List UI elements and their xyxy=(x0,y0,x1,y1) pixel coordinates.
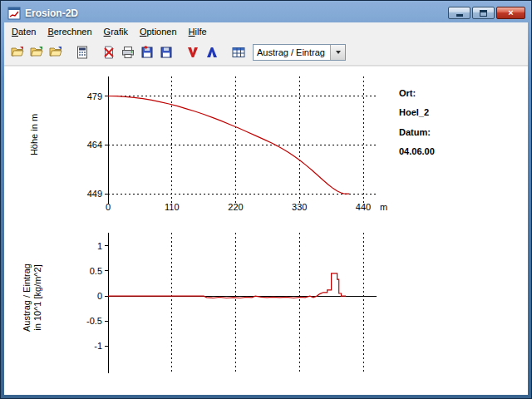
blue-up-arrow-icon xyxy=(205,46,219,59)
datum-value: 04.06.00 xyxy=(399,146,435,156)
calculator-icon xyxy=(76,46,89,59)
maximize-icon xyxy=(480,10,487,17)
austrag-eintrag-series xyxy=(108,273,346,298)
y-tick-label: 1 xyxy=(97,241,102,251)
delete-results-button[interactable] xyxy=(99,43,118,62)
delete-document-icon xyxy=(102,46,116,59)
chart-area: 0110220330440m47946444910.50-0.5-1 Höhe … xyxy=(4,66,528,395)
y-tick-label: -0.5 xyxy=(86,316,102,326)
open-folder-button-2[interactable] xyxy=(27,43,46,62)
open-folder-icon-2 xyxy=(30,46,43,59)
scroll-down-button[interactable] xyxy=(183,43,202,62)
minimize-icon xyxy=(456,14,463,17)
menu-berechnen[interactable]: Berechnen xyxy=(42,24,97,39)
minimize-button[interactable] xyxy=(448,7,470,19)
y-tick-label: -1 xyxy=(94,341,102,351)
ort-label: Ort: xyxy=(399,88,416,98)
save-icon xyxy=(160,46,173,59)
titlebar[interactable]: Erosion-2D × xyxy=(4,4,528,22)
view-select-value: Austrag / Eintrag xyxy=(254,47,330,57)
chevron-down-icon xyxy=(336,51,341,54)
bottom-chart-ylabel-line2: in 10^1 [kg/m^2] xyxy=(32,231,43,364)
window-title: Erosion-2D xyxy=(25,7,78,19)
ort-value: Hoel_2 xyxy=(399,107,429,117)
x-tick-label: 110 xyxy=(165,202,180,212)
save-export-button[interactable] xyxy=(137,43,156,62)
x-tick-label: 440 xyxy=(356,202,371,212)
print-icon xyxy=(121,46,135,59)
open-folder-button-3[interactable] xyxy=(46,43,65,62)
x-axis-unit: m xyxy=(380,202,387,212)
view-select-dropdown-button[interactable] xyxy=(330,45,345,60)
x-tick-label: 220 xyxy=(228,202,243,212)
print-button[interactable] xyxy=(118,43,137,62)
y-tick-label: 464 xyxy=(87,140,102,150)
red-down-arrow-icon xyxy=(186,46,200,59)
y-tick-label: 0.5 xyxy=(90,266,102,276)
app-icon-graphic xyxy=(7,7,21,20)
app-icon xyxy=(7,7,21,20)
app-window: Erosion-2D × Daten Berechnen Grafik Opti… xyxy=(0,0,532,399)
close-icon: × xyxy=(508,7,513,18)
charts-canvas: 0110220330440m47946444910.50-0.5-1 xyxy=(4,66,528,397)
menu-optionen[interactable]: Optionen xyxy=(134,24,183,39)
menu-bar: Daten Berechnen Grafik Optionen Hilfe xyxy=(4,22,528,40)
table-icon xyxy=(232,46,245,59)
open-folder-icon-1 xyxy=(11,46,24,59)
open-folder-button-1[interactable] xyxy=(7,43,27,62)
open-folder-icon-3 xyxy=(49,46,62,59)
x-tick-label: 330 xyxy=(292,202,307,212)
maximize-button[interactable] xyxy=(472,7,495,19)
x-tick-label: 0 xyxy=(106,202,111,212)
datum-label: Datum: xyxy=(399,127,431,137)
client-area: Daten Berechnen Grafik Optionen Hilfe xyxy=(4,22,528,395)
y-tick-label: 479 xyxy=(87,91,102,101)
bottom-chart-ylabel-line1: Austrag / Eintrag xyxy=(22,231,32,364)
calculate-button[interactable] xyxy=(72,43,91,62)
save-export-icon xyxy=(140,46,154,59)
bottom-chart-ylabel: Austrag / Eintrag in 10^1 [kg/m^2] xyxy=(22,231,43,364)
scroll-up-button[interactable] xyxy=(202,43,221,62)
top-chart-ylabel: Höhe in m xyxy=(29,97,39,172)
menu-grafik[interactable]: Grafik xyxy=(98,24,134,39)
y-tick-label: 449 xyxy=(87,189,102,199)
save-button[interactable] xyxy=(156,43,175,62)
menu-daten[interactable]: Daten xyxy=(6,24,42,39)
window-controls: × xyxy=(448,7,525,19)
close-button[interactable]: × xyxy=(496,7,525,19)
y-tick-label: 0 xyxy=(97,291,102,301)
view-select[interactable]: Austrag / Eintrag xyxy=(253,44,346,61)
toolbar: Austrag / Eintrag xyxy=(4,40,528,66)
menu-hilfe[interactable]: Hilfe xyxy=(183,24,213,39)
table-view-button[interactable] xyxy=(229,43,248,62)
